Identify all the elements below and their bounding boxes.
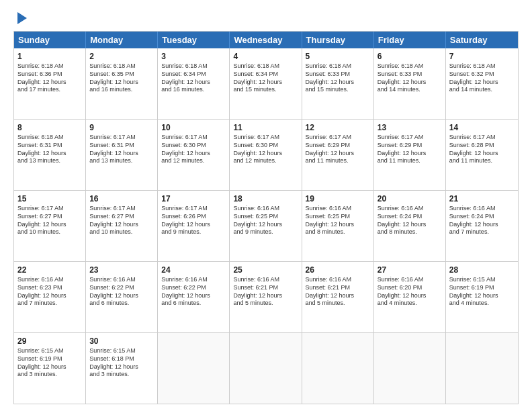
day-info: Sunrise: 6:17 AM Sunset: 6:28 PM Dayligh… bbox=[449, 134, 515, 165]
cal-cell: 17Sunrise: 6:17 AM Sunset: 6:26 PM Dayli… bbox=[158, 191, 230, 261]
cal-cell: 28Sunrise: 6:15 AM Sunset: 6:19 PM Dayli… bbox=[446, 262, 518, 332]
cal-cell: 30Sunrise: 6:15 AM Sunset: 6:18 PM Dayli… bbox=[86, 333, 158, 404]
day-info: Sunrise: 6:16 AM Sunset: 6:21 PM Dayligh… bbox=[306, 276, 370, 308]
day-info: Sunrise: 6:16 AM Sunset: 6:21 PM Dayligh… bbox=[233, 276, 298, 308]
cal-cell: 6Sunrise: 6:18 AM Sunset: 6:33 PM Daylig… bbox=[374, 48, 446, 119]
cal-header-wednesday: Wednesday bbox=[230, 32, 302, 48]
cal-week-4: 22Sunrise: 6:16 AM Sunset: 6:23 PM Dayli… bbox=[14, 262, 518, 333]
day-number: 2 bbox=[89, 51, 154, 62]
day-info: Sunrise: 6:18 AM Sunset: 6:35 PM Dayligh… bbox=[89, 62, 154, 94]
day-info: Sunrise: 6:16 AM Sunset: 6:25 PM Dayligh… bbox=[233, 205, 298, 236]
day-number: 7 bbox=[449, 51, 515, 62]
day-number: 6 bbox=[378, 51, 442, 62]
cal-cell: 22Sunrise: 6:16 AM Sunset: 6:23 PM Dayli… bbox=[14, 262, 86, 332]
day-number: 21 bbox=[449, 193, 515, 204]
cal-week-5: 29Sunrise: 6:15 AM Sunset: 6:19 PM Dayli… bbox=[14, 333, 518, 404]
day-info: Sunrise: 6:16 AM Sunset: 6:24 PM Dayligh… bbox=[378, 205, 442, 236]
day-info: Sunrise: 6:16 AM Sunset: 6:22 PM Dayligh… bbox=[161, 276, 226, 308]
day-info: Sunrise: 6:15 AM Sunset: 6:19 PM Dayligh… bbox=[449, 276, 515, 308]
cal-cell: 1Sunrise: 6:18 AM Sunset: 6:36 PM Daylig… bbox=[14, 48, 86, 119]
cal-header-thursday: Thursday bbox=[302, 32, 374, 48]
day-info: Sunrise: 6:18 AM Sunset: 6:31 PM Dayligh… bbox=[17, 134, 82, 165]
cal-cell bbox=[302, 333, 374, 404]
day-info: Sunrise: 6:17 AM Sunset: 6:29 PM Dayligh… bbox=[306, 134, 370, 165]
day-number: 8 bbox=[17, 122, 82, 133]
day-number: 5 bbox=[306, 51, 370, 62]
cal-header-monday: Monday bbox=[86, 32, 158, 48]
day-info: Sunrise: 6:16 AM Sunset: 6:25 PM Dayligh… bbox=[306, 205, 370, 236]
day-info: Sunrise: 6:15 AM Sunset: 6:18 PM Dayligh… bbox=[89, 347, 154, 379]
day-info: Sunrise: 6:16 AM Sunset: 6:23 PM Dayligh… bbox=[17, 276, 82, 308]
cal-cell bbox=[374, 333, 446, 404]
cal-week-1: 1Sunrise: 6:18 AM Sunset: 6:36 PM Daylig… bbox=[14, 48, 518, 120]
cal-cell: 8Sunrise: 6:18 AM Sunset: 6:31 PM Daylig… bbox=[14, 120, 86, 190]
day-info: Sunrise: 6:16 AM Sunset: 6:24 PM Dayligh… bbox=[449, 205, 515, 236]
day-info: Sunrise: 6:15 AM Sunset: 6:19 PM Dayligh… bbox=[17, 347, 82, 379]
day-info: Sunrise: 6:18 AM Sunset: 6:34 PM Dayligh… bbox=[233, 62, 298, 94]
day-number: 20 bbox=[378, 193, 442, 204]
calendar-header-row: SundayMondayTuesdayWednesdayThursdayFrid… bbox=[14, 32, 518, 48]
cal-cell: 23Sunrise: 6:16 AM Sunset: 6:22 PM Dayli… bbox=[86, 262, 158, 332]
day-number: 13 bbox=[378, 122, 442, 133]
cal-cell: 16Sunrise: 6:17 AM Sunset: 6:27 PM Dayli… bbox=[86, 191, 158, 261]
cal-cell: 2Sunrise: 6:18 AM Sunset: 6:35 PM Daylig… bbox=[86, 48, 158, 119]
day-number: 17 bbox=[161, 193, 226, 204]
day-number: 11 bbox=[233, 122, 298, 133]
cal-cell: 15Sunrise: 6:17 AM Sunset: 6:27 PM Dayli… bbox=[14, 191, 86, 261]
cal-cell: 27Sunrise: 6:16 AM Sunset: 6:20 PM Dayli… bbox=[374, 262, 446, 332]
day-number: 25 bbox=[233, 265, 298, 275]
calendar: SundayMondayTuesdayWednesdayThursdayFrid… bbox=[13, 31, 519, 404]
cal-cell: 24Sunrise: 6:16 AM Sunset: 6:22 PM Dayli… bbox=[158, 262, 230, 332]
cal-cell: 10Sunrise: 6:17 AM Sunset: 6:30 PM Dayli… bbox=[158, 120, 230, 190]
day-info: Sunrise: 6:17 AM Sunset: 6:26 PM Dayligh… bbox=[161, 205, 226, 236]
logo bbox=[13, 11, 27, 24]
cal-header-friday: Friday bbox=[374, 32, 446, 48]
day-number: 10 bbox=[161, 122, 226, 133]
day-number: 19 bbox=[306, 193, 370, 204]
cal-cell: 5Sunrise: 6:18 AM Sunset: 6:33 PM Daylig… bbox=[302, 48, 374, 119]
cal-header-tuesday: Tuesday bbox=[158, 32, 230, 48]
day-number: 22 bbox=[17, 265, 82, 275]
cal-cell bbox=[446, 333, 518, 404]
day-number: 23 bbox=[89, 265, 154, 275]
cal-cell: 20Sunrise: 6:16 AM Sunset: 6:24 PM Dayli… bbox=[374, 191, 446, 261]
cal-cell: 26Sunrise: 6:16 AM Sunset: 6:21 PM Dayli… bbox=[302, 262, 374, 332]
day-number: 26 bbox=[306, 265, 370, 275]
day-info: Sunrise: 6:17 AM Sunset: 6:27 PM Dayligh… bbox=[89, 205, 154, 236]
day-number: 1 bbox=[17, 51, 82, 62]
day-number: 9 bbox=[89, 122, 154, 133]
day-number: 4 bbox=[233, 51, 298, 62]
day-number: 12 bbox=[306, 122, 370, 133]
cal-week-2: 8Sunrise: 6:18 AM Sunset: 6:31 PM Daylig… bbox=[14, 120, 518, 191]
day-info: Sunrise: 6:17 AM Sunset: 6:30 PM Dayligh… bbox=[161, 134, 226, 165]
day-number: 3 bbox=[161, 51, 226, 62]
day-number: 24 bbox=[161, 265, 226, 275]
day-info: Sunrise: 6:18 AM Sunset: 6:32 PM Dayligh… bbox=[449, 62, 515, 94]
day-number: 29 bbox=[17, 336, 82, 347]
cal-header-sunday: Sunday bbox=[14, 32, 86, 48]
logo-arrow-icon bbox=[17, 12, 27, 24]
day-number: 16 bbox=[89, 193, 154, 204]
cal-cell: 14Sunrise: 6:17 AM Sunset: 6:28 PM Dayli… bbox=[446, 120, 518, 190]
day-number: 27 bbox=[378, 265, 442, 275]
cal-cell: 11Sunrise: 6:17 AM Sunset: 6:30 PM Dayli… bbox=[230, 120, 302, 190]
day-info: Sunrise: 6:18 AM Sunset: 6:36 PM Dayligh… bbox=[17, 62, 82, 94]
day-info: Sunrise: 6:17 AM Sunset: 6:27 PM Dayligh… bbox=[17, 205, 82, 236]
cal-cell: 13Sunrise: 6:17 AM Sunset: 6:29 PM Dayli… bbox=[374, 120, 446, 190]
day-info: Sunrise: 6:17 AM Sunset: 6:30 PM Dayligh… bbox=[233, 134, 298, 165]
cal-cell: 9Sunrise: 6:17 AM Sunset: 6:31 PM Daylig… bbox=[86, 120, 158, 190]
day-info: Sunrise: 6:18 AM Sunset: 6:33 PM Dayligh… bbox=[378, 62, 442, 94]
cal-cell: 25Sunrise: 6:16 AM Sunset: 6:21 PM Dayli… bbox=[230, 262, 302, 332]
cal-cell: 7Sunrise: 6:18 AM Sunset: 6:32 PM Daylig… bbox=[446, 48, 518, 119]
day-number: 18 bbox=[233, 193, 298, 204]
cal-cell bbox=[158, 333, 230, 404]
day-number: 30 bbox=[89, 336, 154, 347]
cal-cell: 18Sunrise: 6:16 AM Sunset: 6:25 PM Dayli… bbox=[230, 191, 302, 261]
day-info: Sunrise: 6:16 AM Sunset: 6:20 PM Dayligh… bbox=[378, 276, 442, 308]
day-number: 15 bbox=[17, 193, 82, 204]
cal-cell: 19Sunrise: 6:16 AM Sunset: 6:25 PM Dayli… bbox=[302, 191, 374, 261]
day-info: Sunrise: 6:16 AM Sunset: 6:22 PM Dayligh… bbox=[89, 276, 154, 308]
header bbox=[13, 11, 519, 24]
day-info: Sunrise: 6:17 AM Sunset: 6:29 PM Dayligh… bbox=[378, 134, 442, 165]
day-info: Sunrise: 6:17 AM Sunset: 6:31 PM Dayligh… bbox=[89, 134, 154, 165]
